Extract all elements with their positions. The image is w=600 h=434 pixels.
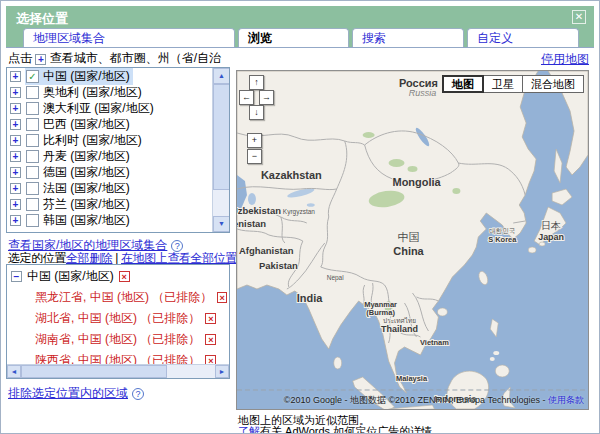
scrollbar-thumb[interactable]	[213, 84, 230, 190]
map-label-nepal: Nepal	[327, 274, 344, 282]
map-label-mongolia: Mongolia	[393, 176, 442, 188]
horizontal-scrollbar[interactable]: ◄ ►	[7, 364, 229, 378]
map-copyright: ©2010 Google - 地图数据 ©2010 ZENRIN, Europa…	[284, 394, 584, 407]
map-type-satellite-button[interactable]: 卫星	[484, 75, 523, 93]
remove-icon[interactable]: ×	[217, 292, 227, 303]
map-label-skorea-native: 대한민국	[489, 227, 515, 234]
scroll-right-icon[interactable]: ►	[215, 365, 229, 378]
map-label-thailand-native: ประเทศไทย	[383, 317, 416, 324]
pan-right-icon[interactable]: →	[259, 90, 274, 105]
map-label-russia-native: Россия	[399, 77, 438, 89]
country-label[interactable]: 中国 (国家/地区)	[43, 68, 130, 85]
country-label[interactable]: 澳大利亚 (国家/地区)	[43, 100, 154, 117]
excluded-region-label: 湖北省, 中国 (地区) （已排除）	[35, 310, 200, 327]
expand-icon[interactable]: +	[10, 151, 21, 162]
checkbox[interactable]	[26, 134, 39, 147]
map-label-india: India	[297, 292, 323, 304]
country-row: + 丹麦 (国家/地区)	[7, 148, 229, 164]
excluded-region-row: 湖北省, 中国 (地区) （已排除） ×	[7, 307, 229, 328]
selected-root-row: − 中国 (国家/地区) ×	[7, 265, 229, 286]
expand-icon[interactable]: +	[10, 135, 21, 146]
map-label-uzbekistan: Uzbekistan	[237, 205, 281, 216]
checkbox[interactable]	[26, 182, 39, 195]
map-label-china: China	[393, 245, 424, 257]
disable-map-link[interactable]: 停用地图	[541, 51, 589, 68]
pan-down-icon[interactable]: ↓	[249, 105, 264, 120]
pan-up-icon[interactable]: ↑	[249, 75, 264, 90]
checkbox[interactable]	[26, 86, 39, 99]
map-label-burma: (Burma)	[366, 308, 395, 317]
country-row: + 巴西 (国家/地区)	[7, 116, 229, 132]
country-label[interactable]: 德国 (国家/地区)	[43, 164, 130, 181]
country-label[interactable]: 奥地利 (国家/地区)	[43, 84, 142, 101]
checkbox-checked[interactable]: ✓	[26, 70, 39, 83]
zoom-in-icon[interactable]: +	[247, 133, 262, 148]
country-label[interactable]: 比利时 (国家/地区)	[43, 132, 142, 149]
exclude-regions-link[interactable]: 排除选定位置内的区域	[8, 385, 128, 402]
tab-custom[interactable]: 自定义	[467, 28, 579, 47]
page-title: 选择位置	[16, 10, 68, 28]
checkbox[interactable]	[26, 118, 39, 131]
vertical-scrollbar[interactable]: ▲ ▼	[212, 68, 229, 232]
checkbox[interactable]	[26, 214, 39, 227]
expand-icon[interactable]: +	[10, 167, 21, 178]
expand-icon[interactable]: +	[10, 103, 21, 114]
scroll-left-icon[interactable]: ◄	[7, 365, 21, 378]
expand-icon[interactable]: +	[10, 183, 21, 194]
map-label-kyrgyzstan: Kyrgyzstan	[283, 208, 315, 216]
learn-more-text: 有关 AdWords 如何定位广告的详情。	[260, 425, 443, 434]
scroll-down-icon[interactable]: ▼	[213, 216, 230, 232]
country-label[interactable]: 韩国 (国家/地区)	[43, 212, 130, 229]
map-label-china-native: 中国	[398, 231, 420, 243]
collapse-icon[interactable]: −	[11, 271, 22, 282]
close-icon[interactable]: ✕	[572, 10, 586, 24]
remove-icon[interactable]: ×	[119, 271, 130, 282]
country-label[interactable]: 芬兰 (国家/地区)	[43, 196, 130, 213]
expand-icon[interactable]: +	[10, 215, 21, 226]
scrollbar-thumb[interactable]	[21, 365, 167, 378]
map-label-kazakhstan: Kazakhstan	[261, 169, 322, 181]
scroll-up-icon[interactable]: ▲	[213, 68, 230, 84]
remove-icon[interactable]: ×	[205, 334, 216, 345]
tab-search[interactable]: 搜索	[352, 28, 464, 47]
tab-browse[interactable]: 浏览	[238, 28, 349, 47]
country-row: + 芬兰 (国家/地区)	[7, 196, 229, 212]
remove-all-link[interactable]: 全部删除	[66, 251, 112, 265]
pan-left-icon[interactable]: ←	[239, 90, 254, 105]
selected-locations-box: − 中国 (国家/地区) × 黑龙江省, 中国 (地区) （已排除） × 湖北省…	[6, 264, 230, 379]
dialog-header: 选择位置 ✕ 地理区域集合 浏览 搜索 自定义	[6, 6, 594, 48]
checkbox[interactable]	[26, 150, 39, 163]
expand-icon[interactable]: +	[10, 119, 21, 130]
view-all-on-map-link[interactable]: 在地图上查看全部位置	[121, 251, 237, 265]
country-label[interactable]: 巴西 (国家/地区)	[43, 116, 130, 133]
remove-icon[interactable]: ×	[205, 313, 216, 324]
country-row: + 法国 (国家/地区)	[7, 180, 229, 196]
map-image: Россия Russia Kazakhstan Mongolia Uzbeki…	[237, 71, 588, 409]
excluded-region-row: 黑龙江省, 中国 (地区) （已排除） ×	[7, 286, 229, 307]
map-label-vietnam: Vietnam	[420, 338, 449, 347]
excluded-region-label: 湖南省, 中国 (地区) （已排除）	[35, 331, 200, 348]
map-label-afghanistan: Afghanistan	[239, 245, 294, 256]
zoom-out-icon[interactable]: −	[247, 149, 262, 164]
map-type-hybrid-button[interactable]: 混合地图	[523, 75, 584, 93]
learn-more-link[interactable]: 了解	[238, 425, 260, 434]
checkbox[interactable]	[26, 198, 39, 211]
help-icon[interactable]: ?	[132, 388, 144, 400]
checkbox[interactable]	[26, 166, 39, 179]
map-label-thailand: Thailand	[381, 324, 418, 334]
country-label[interactable]: 法国 (国家/地区)	[43, 180, 130, 197]
expand-icon[interactable]: +	[10, 87, 21, 98]
checkbox[interactable]	[26, 102, 39, 115]
expand-icon[interactable]: +	[10, 71, 21, 82]
map-label-skorea: S Korea	[488, 235, 517, 244]
terms-link[interactable]: 使用条款	[548, 395, 584, 405]
country-row: + 澳大利亚 (国家/地区)	[7, 100, 229, 116]
tab-geo-collections[interactable]: 地理区域集合	[23, 28, 235, 47]
country-label[interactable]: 丹麦 (国家/地区)	[43, 148, 130, 165]
map-type-map-button[interactable]: 地图	[442, 75, 484, 93]
map-label-japan-native: 日本	[541, 220, 561, 231]
map-canvas[interactable]: Россия Russia Kazakhstan Mongolia Uzbeki…	[236, 70, 589, 410]
country-row: + 韩国 (国家/地区)	[7, 212, 229, 228]
expand-icon[interactable]: +	[10, 199, 21, 210]
country-row: + 奥地利 (国家/地区)	[7, 84, 229, 100]
